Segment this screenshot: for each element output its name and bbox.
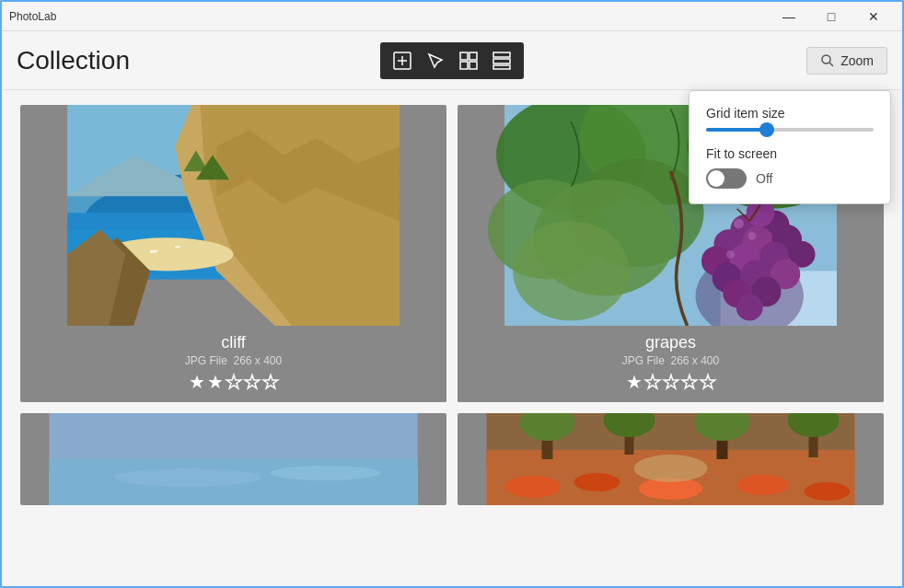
close-button[interactable]: ✕: [852, 2, 895, 31]
header: Collection: [2, 31, 902, 90]
svg-point-68: [505, 476, 561, 498]
photo-meta-cliff: JPG File 266 x 400: [185, 354, 282, 367]
svg-rect-8: [493, 59, 510, 63]
minimize-button[interactable]: —: [768, 2, 810, 31]
star-4: ★: [244, 371, 261, 393]
toolbar-btn-1[interactable]: [388, 46, 417, 75]
svg-rect-6: [469, 62, 477, 69]
star-rating-cliff: ★ ★ ★ ★ ★: [189, 371, 279, 393]
grid-size-slider-fill: [706, 128, 765, 132]
photo-name-grapes: grapes: [645, 333, 696, 352]
star-5: ★: [700, 371, 716, 393]
photo-image-cliff: [20, 105, 446, 326]
titlebar: PhotoLab — □ ✕: [2, 2, 902, 31]
svg-point-77: [634, 455, 708, 482]
app-title: PhotoLab: [9, 10, 768, 23]
zoom-button[interactable]: Zoom: [806, 47, 887, 75]
toolbar-group: [380, 42, 524, 79]
svg-point-69: [574, 473, 620, 491]
svg-point-53: [748, 232, 756, 240]
svg-point-54: [726, 250, 735, 259]
search-icon: [820, 53, 835, 68]
partial-image-1: [20, 413, 446, 505]
toggle-state-label: Off: [756, 171, 772, 186]
star-5: ★: [262, 371, 279, 393]
photo-info-cliff: cliff JPG File 266 x 400 ★ ★ ★ ★ ★: [20, 326, 446, 402]
window-controls: — □ ✕: [768, 2, 895, 31]
toolbar-btn-3[interactable]: [454, 46, 483, 75]
toolbar-center: [380, 42, 524, 79]
svg-rect-4: [469, 52, 477, 60]
star-2: ★: [207, 371, 224, 393]
photo-card-partial-2[interactable]: [458, 413, 884, 505]
maximize-button[interactable]: □: [810, 2, 852, 31]
list-icon: [492, 51, 512, 71]
star-3: ★: [663, 371, 679, 393]
partial-image-2: [458, 413, 884, 505]
star-4: ★: [681, 371, 698, 393]
zoom-popup: Grid item size Fit to screen Off: [689, 90, 891, 204]
svg-point-52: [734, 219, 744, 229]
svg-marker-19: [200, 105, 400, 326]
fit-to-screen-label: Fit to screen: [706, 146, 874, 161]
photo-meta-grapes: JPG File 266 x 400: [622, 354, 719, 367]
svg-line-11: [829, 63, 833, 66]
app-window: PhotoLab — □ ✕ Collection: [0, 0, 904, 588]
svg-point-63: [114, 468, 261, 487]
photo-card-partial-1[interactable]: [20, 413, 446, 505]
photo-card-cliff[interactable]: cliff JPG File 266 x 400 ★ ★ ★ ★ ★: [20, 105, 446, 402]
grid-size-slider-thumb[interactable]: [759, 122, 774, 137]
svg-rect-25: [175, 246, 180, 248]
photo-name-cliff: cliff: [221, 333, 246, 352]
toggle-knob: [708, 170, 724, 187]
star-1: ★: [626, 371, 643, 393]
svg-rect-9: [493, 65, 510, 69]
cliff-scene: [20, 105, 446, 326]
svg-point-56: [513, 221, 629, 320]
svg-point-64: [271, 466, 381, 480]
svg-point-71: [737, 475, 789, 495]
svg-point-10: [822, 55, 830, 63]
star-rating-grapes: ★ ★ ★ ★ ★: [626, 371, 716, 393]
svg-rect-24: [150, 250, 156, 253]
svg-rect-5: [460, 62, 468, 69]
grid-icon: [458, 51, 479, 71]
svg-point-72: [805, 482, 851, 501]
grid-item-size-label: Grid item size: [706, 106, 874, 121]
grid-size-slider-track: [706, 128, 874, 132]
star-3: ★: [226, 371, 242, 393]
star-2: ★: [644, 371, 661, 393]
select-icon: [425, 51, 446, 71]
svg-rect-3: [460, 52, 468, 60]
fit-to-screen-row: Off: [706, 168, 874, 189]
star-1: ★: [189, 371, 205, 393]
photo-info-grapes: grapes JPG File 266 x 400 ★ ★ ★ ★ ★: [458, 326, 884, 402]
toolbar-btn-4[interactable]: [487, 46, 516, 75]
svg-point-51: [736, 294, 763, 321]
fit-to-screen-toggle[interactable]: [706, 168, 747, 189]
add-collection-icon: [392, 51, 412, 71]
toolbar-btn-2[interactable]: [421, 46, 450, 75]
svg-rect-7: [493, 52, 510, 57]
zoom-label: Zoom: [840, 53, 874, 68]
